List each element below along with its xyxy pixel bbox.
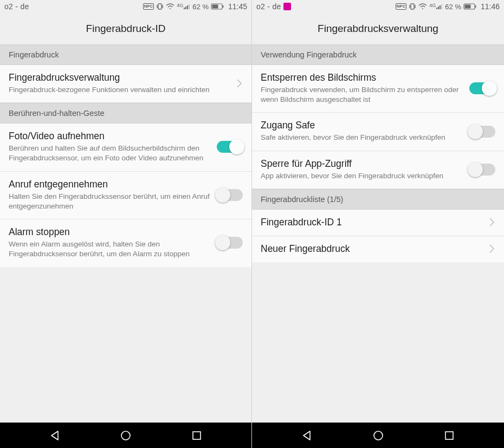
battery-icon: [211, 3, 224, 10]
svg-rect-21: [441, 4, 442, 9]
row-new-fingerprint[interactable]: Neuer Fingerabdruck: [252, 236, 504, 262]
toggle-unlock-screen[interactable]: [469, 82, 495, 94]
row-title: Foto/Video aufnehmen: [9, 131, 210, 142]
svg-rect-18: [436, 8, 437, 9]
svg-rect-20: [440, 5, 441, 9]
row-fingerprint-1[interactable]: Fingerabdruck-ID 1: [252, 210, 504, 236]
row-title: Alarm stoppen: [9, 226, 210, 238]
section-fingerprint: Fingerabdruck: [0, 44, 251, 65]
notification-badge-icon: [283, 3, 291, 10]
settings-list: Verwendung Fingerabdruck Entsperren des …: [252, 44, 504, 423]
nav-home-button[interactable]: [109, 423, 142, 448]
svg-rect-7: [189, 4, 190, 9]
svg-marker-11: [51, 431, 58, 440]
nav-home-button[interactable]: [362, 423, 395, 448]
svg-rect-0: [158, 4, 161, 9]
section-fingerprint-list: Fingerabdruckliste (1/5): [252, 189, 504, 210]
svg-rect-19: [438, 7, 439, 9]
carrier-label: o2 - de: [256, 2, 291, 11]
svg-marker-25: [303, 431, 310, 440]
battery-percent: 62 %: [445, 3, 461, 11]
svg-rect-5: [185, 7, 186, 9]
screen-fingerprint-id: o2 - de NFC 4G 62 % 11:45 Fingerabdruck-…: [0, 0, 252, 448]
row-subtitle: App aktivieren, bevor Sie den Fingerabdr…: [261, 171, 463, 181]
svg-rect-14: [411, 4, 414, 9]
svg-rect-4: [184, 8, 185, 9]
wifi-icon: [418, 3, 427, 10]
row-fingerprint-management[interactable]: Fingerabdrucksverwaltung Fingerabdruck-b…: [0, 65, 251, 103]
svg-point-26: [374, 431, 383, 440]
vibrate-icon: [409, 3, 416, 10]
toggle-answer-call[interactable]: [217, 189, 243, 201]
row-subtitle: Safe aktivieren, bevor Sie den Fingerabd…: [261, 133, 463, 142]
row-title: Entsperren des Bildschirms: [261, 72, 463, 83]
chevron-right-icon: [489, 217, 495, 228]
svg-point-3: [170, 8, 171, 9]
toggle-app-lock[interactable]: [469, 164, 495, 176]
chevron-right-icon: [236, 78, 243, 89]
svg-rect-10: [222, 5, 223, 8]
toggle-safe-access[interactable]: [469, 126, 495, 138]
toggle-photo-video[interactable]: [217, 141, 243, 153]
vibrate-icon: [156, 3, 164, 10]
status-bar: o2 - de NFC 4G 62 % 11:46: [252, 0, 504, 13]
section-touch-hold-gesture: Berühren-und-halten-Geste: [0, 103, 251, 124]
network-icon: 4G: [177, 3, 190, 10]
row-stop-alarm[interactable]: Alarm stoppen Wenn ein Alarm ausgelöst w…: [0, 219, 251, 267]
toggle-stop-alarm[interactable]: [217, 237, 243, 249]
row-answer-call[interactable]: Anruf entgegennehmen Halten Sie den Fing…: [0, 172, 251, 219]
svg-rect-9: [212, 5, 218, 9]
row-photo-video[interactable]: Foto/Video aufnehmen Berühren und halten…: [0, 124, 251, 171]
svg-rect-6: [187, 5, 188, 9]
row-subtitle: Berühren und halten Sie auf dem Bildsuch…: [9, 144, 210, 163]
nav-recent-button[interactable]: [433, 423, 466, 448]
row-title: Neuer Fingerabdruck: [261, 243, 482, 255]
battery-percent: 62 %: [192, 3, 209, 11]
page-title: Fingerabdrucksverwaltung: [252, 13, 504, 44]
carrier-label: o2 - de: [4, 2, 29, 11]
nav-back-button[interactable]: [38, 423, 71, 448]
svg-point-12: [121, 431, 130, 440]
section-fingerprint-usage: Verwendung Fingerabdruck: [252, 44, 504, 65]
chevron-right-icon: [489, 243, 495, 254]
page-title: Fingerabdruck-ID: [0, 13, 251, 44]
status-bar: o2 - de NFC 4G 62 % 11:45: [0, 0, 251, 13]
svg-rect-27: [445, 432, 453, 439]
battery-icon: [463, 3, 476, 10]
android-nav-bar: [0, 423, 251, 448]
row-unlock-screen[interactable]: Entsperren des Bildschirms Fingerabdruck…: [252, 65, 504, 113]
row-subtitle: Wenn ein Alarm ausgelöst wird, halten Si…: [9, 239, 210, 259]
row-subtitle: Fingerabdruck-bezogene Funktionen verwal…: [9, 85, 230, 95]
settings-list: Fingerabdruck Fingerabdrucksverwaltung F…: [0, 44, 251, 423]
status-icons: NFC 4G 62 % 11:46: [396, 2, 500, 11]
wifi-icon: [166, 3, 175, 10]
row-subtitle: Fingerabdruck verwenden, um Bildschirm z…: [261, 85, 463, 105]
row-app-lock[interactable]: Sperre für App-Zugriff App aktivieren, b…: [252, 151, 504, 189]
row-title: Zugang Safe: [261, 120, 463, 131]
svg-rect-13: [193, 432, 201, 439]
row-title: Sperre für App-Zugriff: [261, 158, 463, 170]
android-nav-bar: [252, 423, 504, 448]
nav-recent-button[interactable]: [180, 423, 213, 448]
svg-rect-24: [475, 5, 476, 8]
svg-rect-23: [464, 5, 470, 9]
nfc-icon: NFC: [396, 3, 406, 10]
row-title: Fingerabdruck-ID 1: [261, 217, 482, 228]
row-safe-access[interactable]: Zugang Safe Safe aktivieren, bevor Sie d…: [252, 113, 504, 151]
status-icons: NFC 4G 62 % 11:45: [143, 2, 247, 11]
network-icon: 4G: [429, 3, 443, 10]
clock: 11:45: [228, 2, 247, 11]
svg-point-17: [422, 8, 423, 9]
row-title: Anruf entgegennehmen: [9, 179, 210, 190]
row-title: Fingerabdrucksverwaltung: [9, 72, 230, 83]
clock: 11:46: [481, 2, 500, 11]
screen-fingerprint-management: o2 - de NFC 4G 62 % 11:46 Fingerabdrucks…: [252, 0, 504, 448]
nfc-icon: NFC: [143, 3, 154, 10]
nav-back-button[interactable]: [290, 423, 323, 448]
row-subtitle: Halten Sie den Fingerabdruckssensor berü…: [9, 192, 210, 211]
